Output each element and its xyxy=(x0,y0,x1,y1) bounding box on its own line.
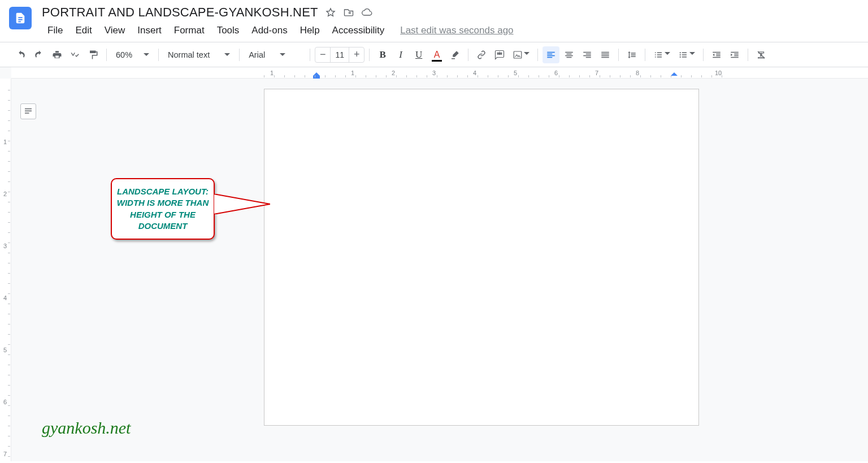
menu-insert[interactable]: Insert xyxy=(132,23,167,38)
undo-button[interactable] xyxy=(12,46,29,63)
indent-decrease-button[interactable] xyxy=(708,46,725,63)
align-left-button[interactable] xyxy=(542,46,559,63)
line-spacing-button[interactable] xyxy=(623,46,640,63)
bulleted-list-button[interactable] xyxy=(675,46,698,63)
align-right-button[interactable] xyxy=(579,46,596,63)
star-icon[interactable] xyxy=(325,7,336,18)
font-family-select[interactable]: Arial xyxy=(244,46,305,63)
menu-help[interactable]: Help xyxy=(294,23,326,38)
menu-edit[interactable]: Edit xyxy=(70,23,97,38)
align-justify-button[interactable] xyxy=(597,46,614,63)
right-indent-marker[interactable] xyxy=(670,72,678,82)
font-size-decrease[interactable]: − xyxy=(315,47,330,62)
svg-marker-5 xyxy=(214,194,270,214)
font-size-input[interactable]: 11 xyxy=(330,47,349,62)
svg-point-1 xyxy=(680,52,681,53)
menu-addons[interactable]: Add-ons xyxy=(246,23,293,38)
font-size-increase[interactable]: + xyxy=(349,47,364,62)
left-indent-marker[interactable] xyxy=(313,72,320,82)
zoom-select[interactable]: 60% xyxy=(111,46,154,63)
menu-view[interactable]: View xyxy=(99,23,131,38)
annotation-callout: LANDSCAPE LAYOUT: WIDTH IS MORE THAN HEI… xyxy=(111,178,215,240)
svg-rect-0 xyxy=(514,51,522,58)
menu-tools[interactable]: Tools xyxy=(211,23,245,38)
align-center-button[interactable] xyxy=(561,46,578,63)
menu-format[interactable]: Format xyxy=(168,23,210,38)
svg-point-2 xyxy=(680,54,681,55)
insert-image-button[interactable] xyxy=(509,46,533,63)
vertical-ruler[interactable]: 1234567 xyxy=(0,79,11,461)
callout-arrow-icon xyxy=(214,194,270,214)
indent-increase-button[interactable] xyxy=(726,46,743,63)
document-page[interactable] xyxy=(264,89,699,426)
underline-button[interactable]: U xyxy=(410,46,427,63)
move-icon[interactable] xyxy=(343,7,354,18)
cloud-saved-icon[interactable] xyxy=(361,7,372,18)
editor-canvas[interactable]: 11234567810 1234567 LANDSCAPE LAYOUT: WI… xyxy=(0,67,868,461)
checklist-button[interactable] xyxy=(650,46,674,63)
clear-formatting-button[interactable] xyxy=(753,46,770,63)
paragraph-style-select[interactable]: Normal text xyxy=(163,46,235,63)
menu-accessibility[interactable]: Accessibility xyxy=(327,23,390,38)
toolbar: 60% Normal text Arial − 11 + B I U A xyxy=(0,42,868,67)
document-outline-button[interactable] xyxy=(20,103,36,119)
italic-button[interactable]: I xyxy=(392,46,409,63)
paint-format-button[interactable] xyxy=(85,46,102,63)
horizontal-ruler[interactable]: 11234567810 xyxy=(11,67,868,79)
last-edit-link[interactable]: Last edit was seconds ago xyxy=(400,23,513,38)
document-title[interactable]: PORTRAIT AND LANDSCAPE-GYANKOSH.NET xyxy=(42,5,318,20)
insert-link-button[interactable] xyxy=(473,46,490,63)
font-size-group: − 11 + xyxy=(315,47,364,63)
menu-bar: File Edit View Insert Format Tools Add-o… xyxy=(42,23,859,38)
docs-logo[interactable] xyxy=(9,7,32,29)
print-button[interactable] xyxy=(49,46,66,63)
watermark-text: gyankosh.net xyxy=(42,418,131,438)
bold-button[interactable]: B xyxy=(374,46,391,63)
app-header: PORTRAIT AND LANDSCAPE-GYANKOSH.NET File… xyxy=(0,0,868,42)
spellcheck-button[interactable] xyxy=(67,46,84,63)
text-color-button[interactable]: A xyxy=(428,46,445,63)
highlight-button[interactable] xyxy=(446,46,463,63)
menu-file[interactable]: File xyxy=(42,23,68,38)
callout-text: LANDSCAPE LAYOUT: WIDTH IS MORE THAN HEI… xyxy=(111,178,215,240)
insert-comment-button[interactable] xyxy=(491,46,508,63)
svg-rect-4 xyxy=(313,76,320,79)
svg-point-3 xyxy=(680,56,681,57)
redo-button[interactable] xyxy=(31,46,47,63)
